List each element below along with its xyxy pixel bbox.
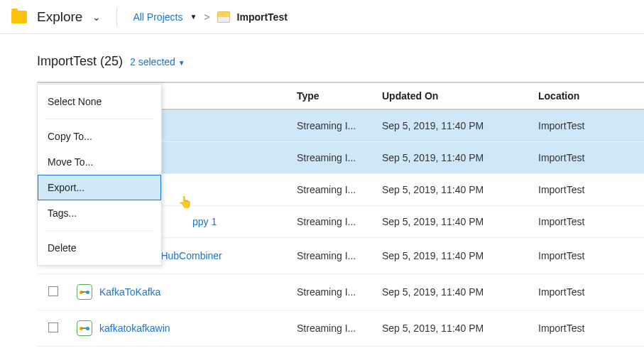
table-row[interactable]: KafkaToKafka Streaming I... Sep 5, 2019,… <box>37 274 644 310</box>
table-container: Select None Copy To... Move To... Export… <box>37 82 644 347</box>
menu-move-to[interactable]: Move To... <box>38 149 161 175</box>
cell-location: ImportTest <box>530 206 644 238</box>
row-checkbox[interactable] <box>48 286 58 296</box>
cell-location: ImportTest <box>530 238 644 274</box>
cell-updated: Sep 5, 2019, 11:40 PM <box>373 206 530 238</box>
pipeline-icon <box>77 284 92 300</box>
item-name-link[interactable]: kafkatokafkawin <box>99 323 170 334</box>
page-title: ImportTest (25) <box>37 54 123 69</box>
breadcrumb-separator: > <box>204 11 209 23</box>
menu-copy-to[interactable]: Copy To... <box>38 124 161 149</box>
separator <box>116 8 117 26</box>
selected-count-label: 2 selected <box>130 56 175 67</box>
cell-updated: Sep 5, 2019, 11:40 PM <box>373 142 530 174</box>
cell-type: Streaming I... <box>288 238 373 274</box>
col-type[interactable]: Type <box>288 83 373 109</box>
menu-export[interactable]: Export... <box>38 175 161 200</box>
menu-separator <box>45 119 154 119</box>
cell-type: Streaming I... <box>288 174 373 206</box>
col-updated[interactable]: Updated On <box>373 83 530 109</box>
breadcrumb-root[interactable]: All Projects <box>133 11 182 23</box>
heading-row: ImportTest (25) 2 selected ▼ <box>37 54 644 69</box>
caret-down-icon: ▼ <box>178 59 185 67</box>
item-name-link[interactable]: KafkaToKafka <box>99 286 160 298</box>
menu-delete[interactable]: Delete <box>38 235 161 261</box>
cell-type: Streaming I... <box>288 274 373 310</box>
cell-location: ImportTest <box>530 274 644 310</box>
cell-location: ImportTest <box>530 109 644 142</box>
menu-tags[interactable]: Tags... <box>38 200 161 226</box>
item-name-link[interactable]: ppy 1 <box>192 216 217 227</box>
cell-type: Streaming I... <box>288 310 373 347</box>
cell-location: ImportTest <box>530 310 644 347</box>
cell-type: Streaming I... <box>288 109 373 142</box>
chevron-down-icon[interactable]: ⌄ <box>92 11 101 23</box>
cell-type: Streaming I... <box>288 206 373 238</box>
cell-location: ImportTest <box>530 142 644 174</box>
project-icon <box>217 11 230 23</box>
explore-dropdown[interactable]: Explore <box>37 9 82 25</box>
col-location[interactable]: Location <box>530 83 644 109</box>
cell-type: Streaming I... <box>288 142 373 174</box>
breadcrumb: All Projects ▼ > ImportTest <box>133 11 287 23</box>
cell-updated: Sep 5, 2019, 11:40 PM <box>373 238 530 274</box>
menu-select-none[interactable]: Select None <box>38 89 161 114</box>
menu-separator <box>45 230 154 231</box>
cell-updated: Sep 5, 2019, 11:40 PM <box>373 109 530 142</box>
row-checkbox[interactable] <box>48 323 58 332</box>
context-menu: Select None Copy To... Move To... Export… <box>37 84 162 266</box>
cell-updated: Sep 5, 2019, 11:40 PM <box>373 310 530 347</box>
breadcrumb-current: ImportTest <box>237 11 288 23</box>
topbar: Explore ⌄ All Projects ▼ > ImportTest <box>0 0 644 34</box>
pipeline-icon <box>77 320 92 336</box>
content-area: ImportTest (25) 2 selected ▼ Select None… <box>0 34 644 347</box>
table-row[interactable]: kafkatokafkawin Streaming I... Sep 5, 20… <box>37 310 644 347</box>
cell-updated: Sep 5, 2019, 11:40 PM <box>373 274 530 310</box>
folder-icon <box>11 11 27 23</box>
cell-updated: Sep 5, 2019, 11:40 PM <box>373 174 530 206</box>
cell-location: ImportTest <box>530 174 644 206</box>
caret-down-icon[interactable]: ▼ <box>190 13 197 21</box>
selected-count-dropdown[interactable]: 2 selected ▼ <box>130 56 185 67</box>
